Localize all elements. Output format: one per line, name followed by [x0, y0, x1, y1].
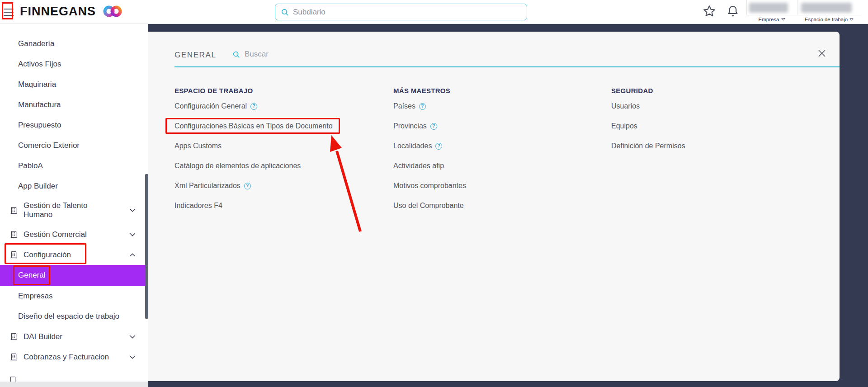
sidebar-item-pabloa[interactable]: PabloA — [0, 156, 148, 176]
menu-item-indicadores-f4[interactable]: Indicadores F4 — [175, 201, 333, 210]
menu-item-equipos[interactable]: Equipos — [611, 122, 685, 131]
menu-item-label: Equipos — [611, 122, 637, 131]
sidebar-item-label: General — [18, 271, 45, 280]
menu-item-label: Apps Customs — [175, 142, 222, 151]
menu-toggle-icon[interactable] — [4, 6, 14, 17]
divider — [746, 15, 797, 15]
chevron-down-icon[interactable] — [129, 208, 136, 212]
sidebar-item-label: Activos Fijos — [18, 60, 61, 69]
menu-item-label: Países — [393, 102, 415, 111]
sidebar-item-gestion-de-talento-humano[interactable]: Gestión de Talento Humano — [0, 196, 148, 224]
caret-down-icon — [781, 18, 785, 21]
sidebar-item-cobranzas-y-facturacion[interactable]: Cobranzas y Facturacion — [0, 347, 148, 367]
sidebar-item-configuracion[interactable]: Configuración — [0, 245, 148, 265]
info-icon[interactable]: ? — [250, 103, 257, 110]
sidebar-item-maquinaria[interactable]: Maquinaria — [0, 74, 148, 94]
menu-item-configuraciones-basicas-en-tipos-de-documento[interactable]: Configuraciones Básicas en Tipos de Docu… — [175, 122, 333, 131]
panel-title: GENERAL — [175, 51, 216, 60]
sidebar-scrollbar[interactable] — [145, 174, 148, 319]
menu-item-label: Uso del Comprobante — [393, 201, 464, 210]
sidebar-item-empresas[interactable]: Empresas — [0, 286, 148, 306]
menu-item-apps-customs[interactable]: Apps Customs — [175, 142, 333, 151]
menu-item-label: Actividades afip — [393, 161, 444, 170]
sidebar-item-presupuesto[interactable]: Presupuesto — [0, 115, 148, 135]
menu-item-provincias[interactable]: Provincias? — [393, 122, 466, 131]
building-icon — [10, 333, 18, 340]
company-name-redacted[interactable] — [749, 3, 788, 13]
chevron-up-icon[interactable] — [129, 253, 136, 257]
sidebar-item-dai-builder[interactable]: DAI Builder — [0, 326, 148, 347]
menu-item-label: Provincias — [393, 122, 427, 131]
info-icon[interactable]: ? — [419, 103, 426, 110]
building-icon — [10, 251, 18, 259]
menu-item-definicion-de-permisos[interactable]: Definición de Permisos — [611, 142, 685, 151]
sidebar-item-activos-fijos[interactable]: Activos Fijos — [0, 54, 148, 74]
workspace-name-redacted[interactable] — [801, 3, 852, 13]
sidebar-item-label: Maquinaria — [18, 80, 56, 89]
sidebar-item-general[interactable]: General — [0, 265, 148, 286]
menu-item-label: Definición de Permisos — [611, 142, 685, 151]
sidebar-item-label: Gestión Comercial — [24, 230, 87, 239]
sidebar-item-label: Empresas — [18, 292, 53, 301]
sidebar-item-label: Manufactura — [18, 100, 61, 109]
building-icon — [10, 353, 18, 361]
workspace-selector-label: Espacio de trabajo — [805, 17, 848, 22]
sidebar-item-comercio-exterior[interactable]: Comercio Exterior — [0, 135, 148, 156]
close-icon[interactable] — [816, 48, 828, 60]
top-bar: FINNEGANS — [0, 0, 868, 24]
sidebar-item-label: PabloA — [18, 161, 43, 170]
chevron-down-icon[interactable] — [129, 355, 136, 359]
menu-item-actividades-afip[interactable]: Actividades afip — [393, 161, 466, 170]
menu-column-seguridad: SEGURIDADUsuariosEquiposDefinición de Pe… — [611, 87, 685, 161]
menu-item-label: Indicadores F4 — [175, 201, 222, 210]
info-icon[interactable]: ? — [244, 183, 251, 189]
sidebar-item-ganaderia[interactable]: Ganadería — [0, 33, 148, 54]
panel-search-input[interactable] — [245, 50, 380, 59]
menu-item-usuarios[interactable]: Usuarios — [611, 102, 685, 111]
workspace-selector[interactable]: Espacio de trabajo — [797, 17, 861, 22]
sidebar-item-manufactura[interactable]: Manufactura — [0, 94, 148, 115]
menu-item-label: Motivos comprobantes — [393, 181, 466, 190]
chevron-down-icon[interactable] — [129, 233, 136, 236]
sidebar-item-gestion-comercial[interactable]: Gestión Comercial — [0, 224, 148, 245]
building-icon — [10, 231, 18, 238]
menu-item-label: Usuarios — [611, 102, 640, 111]
menu-item-label: Localidades — [393, 142, 432, 151]
sidebar: GanaderíaActivos FijosMaquinariaManufact… — [0, 24, 148, 387]
app-window: FINNEGANS — [0, 0, 868, 387]
caret-down-icon — [849, 18, 854, 21]
company-selector[interactable]: Empresa — [746, 17, 797, 22]
search-icon — [281, 8, 289, 16]
chevron-down-icon[interactable] — [129, 335, 136, 339]
panel-underline — [175, 66, 840, 67]
global-search-input[interactable] — [293, 8, 521, 17]
menu-item-uso-del-comprobante[interactable]: Uso del Comprobante — [393, 201, 466, 210]
sidebar-item-app-builder[interactable]: App Builder — [0, 176, 148, 196]
menu-column-mas-maestros: MÁS MAESTROSPaíses?Provincias?Localidade… — [393, 87, 466, 221]
favorites-star-icon[interactable] — [702, 4, 717, 19]
notifications-bell-icon[interactable] — [725, 4, 741, 19]
general-menu-panel: GENERAL ESPACIO DE TRABAJOConfiguración … — [148, 32, 840, 381]
sidebar-item-label: Configuración — [24, 250, 71, 260]
sidebar-footer-strip — [0, 382, 148, 387]
menu-item-label: Configuraciones Básicas en Tipos de Docu… — [175, 122, 333, 131]
sidebar-item-label: Comercio Exterior — [18, 141, 80, 150]
menu-item-motivos-comprobantes[interactable]: Motivos comprobantes — [393, 181, 466, 190]
menu-item-label: Xml Particularizados — [175, 181, 241, 190]
column-title: SEGURIDAD — [611, 87, 685, 94]
sidebar-item-label: Ganadería — [18, 39, 54, 48]
menu-item-paises[interactable]: Países? — [393, 102, 466, 111]
info-icon[interactable]: ? — [430, 123, 437, 130]
menu-item-localidades[interactable]: Localidades? — [393, 142, 466, 151]
sidebar-item-label: Cobranzas y Facturacion — [24, 353, 109, 362]
column-title: ESPACIO DE TRABAJO — [175, 87, 333, 94]
divider — [746, 0, 747, 15]
divider — [797, 15, 861, 15]
menu-item-catalogo-de-elementos-de-aplicaciones[interactable]: Catálogo de elementos de aplicaciones — [175, 161, 333, 170]
info-icon[interactable]: ? — [435, 143, 442, 150]
sidebar-item-diseno-del-espacio-de-trabajo[interactable]: Diseño del espacio de trabajo — [0, 306, 148, 326]
menu-item-xml-particularizados[interactable]: Xml Particularizados? — [175, 181, 333, 190]
sidebar-item-label: App Builder — [18, 182, 58, 191]
menu-item-configuracion-general[interactable]: Configuración General? — [175, 102, 333, 111]
menu-item-label: Catálogo de elementos de aplicaciones — [175, 161, 301, 170]
